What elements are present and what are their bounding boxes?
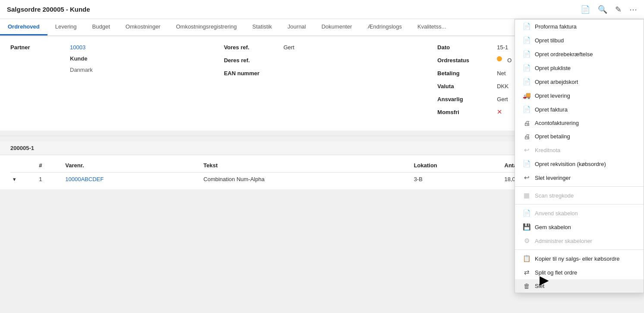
row-tekst: Combination Num-Alpha bbox=[201, 172, 411, 186]
sub-order-id: 200005-1 bbox=[10, 145, 34, 151]
opret-plukliste-label: Opret plukliste bbox=[535, 65, 571, 71]
opret-ordrebekraeftelse-label: Opret ordrebekræftelse bbox=[535, 51, 593, 57]
col-tekst: Tekst bbox=[201, 159, 411, 172]
tab-aendringslogs[interactable]: Ændringslogs bbox=[360, 19, 410, 35]
partner-label: Partner bbox=[10, 43, 66, 51]
tab-statistik[interactable]: Statistik bbox=[245, 19, 280, 35]
title-bar-icons: 📄 🔍 ✎ ⋯ bbox=[581, 5, 637, 14]
tab-levering[interactable]: Levering bbox=[47, 19, 85, 35]
dropdown-item-proforma-faktura[interactable]: 📄Proforma faktura bbox=[515, 19, 644, 33]
dropdown-item-opret-tilbud[interactable]: 📄Opret tilbud bbox=[515, 33, 644, 47]
ansvarlig-value: Gert bbox=[497, 95, 508, 102]
document-icon[interactable]: 📄 bbox=[581, 5, 590, 14]
page-title: Salgsordre 200005 - Kunde bbox=[7, 6, 90, 13]
opret-tilbud-label: Opret tilbud bbox=[535, 37, 564, 44]
proforma-faktura-label: Proforma faktura bbox=[535, 23, 577, 30]
opret-rekvisition-icon: 📄 bbox=[523, 160, 530, 168]
dropdown-item-opret-ordrebekraeftelse[interactable]: 📄Opret ordrebekræftelse bbox=[515, 47, 644, 61]
dropdown-item-opret-faktura[interactable]: 📄Opret faktura bbox=[515, 102, 644, 116]
acontofakturering-icon: 🖨 bbox=[523, 119, 530, 127]
title-bar: Salgsordre 200005 - Kunde 📄 🔍 ✎ ⋯ bbox=[0, 0, 644, 19]
dropdown-item-opret-betaling[interactable]: 🖨Opret betaling bbox=[515, 130, 644, 143]
dato-label: Dato bbox=[437, 43, 493, 51]
momsfri-value: ✕ bbox=[497, 108, 502, 116]
dropdown-item-opret-rekvisition[interactable]: 📄Opret rekvisition (købsordre) bbox=[515, 157, 644, 171]
row-lokation: 3-B bbox=[411, 172, 502, 186]
opret-levering-label: Opret levering bbox=[535, 93, 570, 99]
tab-omkostninger[interactable]: Omkostninger bbox=[118, 19, 168, 35]
row-varenr[interactable]: 10000ABCDEF bbox=[63, 172, 201, 186]
refs-block: Vores ref. Gert Deres ref. EAN nummer bbox=[224, 43, 420, 118]
kreditnota-icon: ↩ bbox=[523, 146, 530, 154]
vores-ref-field: Vores ref. Gert bbox=[224, 43, 420, 54]
dato-value: 15-1 bbox=[497, 43, 508, 51]
valuta-label: Valuta bbox=[437, 82, 493, 89]
opret-betaling-icon: 🖨 bbox=[523, 133, 530, 140]
ordrestatus-value: O bbox=[507, 56, 511, 64]
vores-ref-label: Vores ref. bbox=[224, 43, 280, 51]
opret-rekvisition-label: Opret rekvisition (købsordre) bbox=[535, 161, 606, 167]
row-num: 1 bbox=[36, 172, 63, 186]
opret-arbejdskort-icon: 📄 bbox=[523, 78, 530, 86]
tab-journal[interactable]: Journal bbox=[280, 19, 314, 35]
acontofakturering-label: Acontofakturering bbox=[535, 120, 579, 126]
opret-tilbud-icon: 📄 bbox=[523, 36, 530, 44]
opret-ordrebekraeftelse-icon: 📄 bbox=[523, 50, 530, 58]
partner-country: Danmark bbox=[70, 66, 93, 73]
tab-budget[interactable]: Budget bbox=[85, 19, 118, 35]
deres-ref-field: Deres ref. bbox=[224, 56, 420, 67]
partner-field: Partner 10003 bbox=[10, 43, 207, 54]
opret-arbejdskort-label: Opret arbejdskort bbox=[535, 79, 578, 85]
col-varenr: Varenr. bbox=[63, 159, 201, 172]
slet-leveringer-icon: ↩ bbox=[523, 174, 530, 182]
dropdown-item-kreditnota: ↩Kreditnota bbox=[515, 143, 644, 157]
ean-label: EAN nummer bbox=[224, 69, 280, 77]
ean-field: EAN nummer bbox=[224, 69, 420, 80]
dropdown-item-slet-leveringer[interactable]: ↩Slet leveringer bbox=[515, 171, 644, 185]
ansvarlig-label: Ansvarlig bbox=[437, 95, 493, 102]
betaling-value: Net bbox=[497, 69, 505, 77]
slet-leveringer-label: Slet leveringer bbox=[535, 175, 571, 181]
tab-omkostningsregistrering[interactable]: Omkostningsregistrering bbox=[168, 19, 245, 35]
opret-faktura-label: Opret faktura bbox=[535, 106, 568, 113]
betaling-label: Betaling bbox=[437, 69, 493, 77]
vores-ref-value: Gert bbox=[284, 43, 294, 51]
opret-plukliste-icon: 📄 bbox=[523, 64, 530, 72]
valuta-value: DKK bbox=[497, 82, 508, 89]
partner-number[interactable]: 10003 bbox=[70, 43, 85, 51]
tab-dokumenter[interactable]: Dokumenter bbox=[314, 19, 360, 35]
edit-icon[interactable]: ✎ bbox=[615, 5, 622, 14]
dropdown-item-opret-arbejdskort[interactable]: 📄Opret arbejdskort bbox=[515, 75, 644, 89]
more-icon[interactable]: ⋯ bbox=[629, 5, 637, 14]
context-dropdown-menu: 📄Proforma faktura📄Opret tilbud📄Opret ord… bbox=[515, 19, 644, 189]
deres-ref-label: Deres ref. bbox=[224, 56, 280, 64]
col-num: # bbox=[36, 159, 63, 172]
ordrestatus-label: Ordrestatus bbox=[437, 56, 493, 64]
momsfri-label: Momsfri bbox=[437, 108, 493, 115]
row-expand-btn[interactable]: ▾ bbox=[10, 172, 36, 186]
dropdown-item-opret-levering[interactable]: 🚚Opret levering bbox=[515, 89, 644, 102]
ordrestatus-dot bbox=[497, 56, 502, 61]
col-lokation: Lokation bbox=[411, 159, 502, 172]
dropdown-item-opret-plukliste[interactable]: 📄Opret plukliste bbox=[515, 61, 644, 75]
partner-type-spacer bbox=[10, 54, 66, 55]
dropdown-item-scan-stregkode: ▦Scan stregkode bbox=[515, 188, 644, 189]
kreditnota-label: Kreditnota bbox=[535, 147, 560, 153]
partner-block: Partner 10003 Kunde Danmark bbox=[10, 43, 207, 118]
partner-type: Kunde bbox=[70, 54, 87, 62]
opret-levering-icon: 🚚 bbox=[523, 92, 530, 99]
proforma-faktura-icon: 📄 bbox=[523, 22, 530, 30]
tab-kvalitet[interactable]: Kvalitetss... bbox=[410, 19, 454, 35]
dropdown-divider bbox=[515, 186, 644, 187]
partner-country-spacer bbox=[10, 66, 66, 67]
tab-ordrehoved[interactable]: Ordrehoved bbox=[0, 19, 47, 35]
dropdown-item-acontofakturering[interactable]: 🖨Acontofakturering bbox=[515, 116, 644, 130]
search-doc-icon[interactable]: 🔍 bbox=[598, 5, 607, 14]
opret-betaling-label: Opret betaling bbox=[535, 133, 570, 140]
col-expand bbox=[10, 159, 36, 172]
opret-faktura-icon: 📄 bbox=[523, 105, 530, 113]
